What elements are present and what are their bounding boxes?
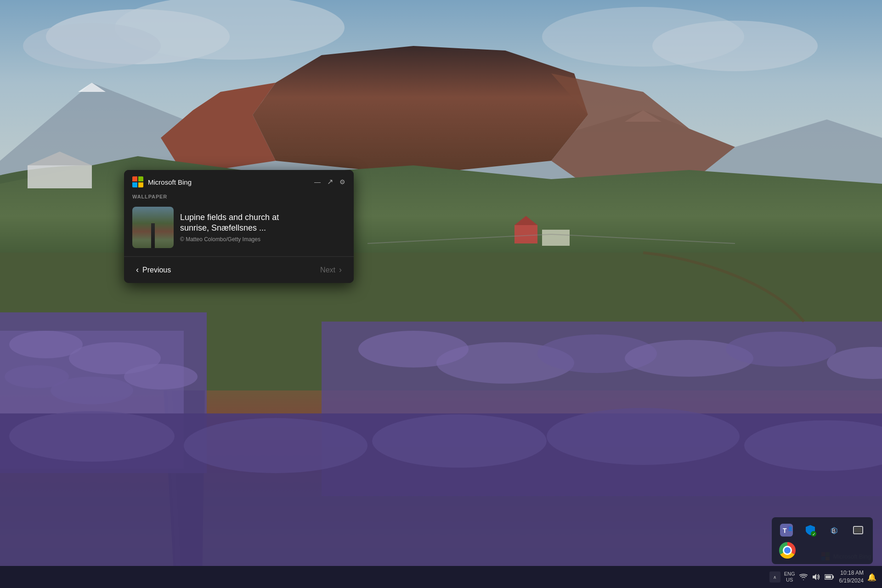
tray-icons-row: T 👤 ✓ ⬡ B bbox=[779, 523, 865, 537]
bluetooth-tray-icon[interactable]: ⬡ B bbox=[827, 523, 842, 537]
widget-header-right: — ↗ ⚙ bbox=[314, 178, 345, 186]
wallpaper-title: Lupine fields and church at sunrise, Snæ… bbox=[180, 212, 345, 234]
battery-icon[interactable] bbox=[825, 572, 834, 582]
widget-header-left: Microsoft Bing bbox=[132, 176, 192, 187]
svg-rect-43 bbox=[542, 230, 570, 246]
chevron-up-icon: ∧ bbox=[773, 575, 776, 580]
svg-text:B: B bbox=[832, 528, 836, 534]
tablet-tray-icon[interactable] bbox=[851, 523, 865, 537]
svg-marker-56 bbox=[813, 574, 816, 580]
bing-widget: Microsoft Bing — ↗ ⚙ WALLPAPER Lupine fi… bbox=[124, 170, 354, 283]
clock[interactable]: 10:18 AM 6/19/2024 bbox=[839, 569, 864, 585]
language-indicator[interactable]: ENG US bbox=[784, 571, 795, 583]
show-hidden-icons-button[interactable]: ∧ bbox=[769, 571, 780, 582]
widget-footer: ‹ Previous Next › bbox=[124, 256, 354, 283]
svg-point-39 bbox=[547, 408, 740, 465]
next-button[interactable]: Next › bbox=[317, 263, 345, 277]
svg-rect-16 bbox=[28, 165, 92, 188]
share-button[interactable]: ↗ bbox=[327, 178, 333, 186]
wifi-icon[interactable] bbox=[799, 572, 808, 582]
desktop: Microsoft Bing — ↗ ⚙ WALLPAPER Lupine fi… bbox=[0, 0, 882, 588]
svg-rect-59 bbox=[825, 576, 831, 578]
taskbar-right: ∧ ENG US bbox=[769, 569, 876, 585]
section-label: WALLPAPER bbox=[124, 192, 354, 203]
svg-point-5 bbox=[542, 7, 744, 67]
svg-rect-58 bbox=[832, 576, 834, 578]
svg-point-26 bbox=[51, 377, 133, 404]
svg-point-3 bbox=[23, 23, 161, 69]
svg-point-27 bbox=[124, 364, 198, 390]
svg-text:✓: ✓ bbox=[812, 532, 816, 537]
svg-text:👤: 👤 bbox=[788, 526, 793, 531]
chrome-tray-icon[interactable] bbox=[779, 542, 796, 559]
wallpaper-credit: © Matteo Colombo/Getty Images bbox=[180, 236, 345, 243]
widget-title: Microsoft Bing bbox=[148, 178, 192, 186]
svg-point-33 bbox=[726, 332, 836, 367]
wallpaper-text: Lupine fields and church at sunrise, Snæ… bbox=[180, 212, 345, 243]
widget-header: Microsoft Bing — ↗ ⚙ bbox=[124, 170, 354, 192]
taskbar: ∧ ENG US bbox=[0, 566, 882, 588]
wallpaper-thumbnail[interactable] bbox=[132, 207, 174, 248]
system-tray-popup: T 👤 ✓ ⬡ B bbox=[772, 517, 873, 564]
previous-button[interactable]: ‹ Previous bbox=[132, 263, 175, 277]
svg-point-37 bbox=[184, 418, 368, 473]
next-chevron-icon: › bbox=[339, 265, 342, 275]
svg-rect-41 bbox=[514, 225, 537, 243]
bing-logo bbox=[132, 176, 143, 187]
settings-button[interactable]: ⚙ bbox=[339, 179, 345, 185]
svg-point-36 bbox=[9, 411, 175, 462]
svg-point-38 bbox=[372, 414, 547, 468]
notification-bell[interactable]: 🔔 bbox=[867, 573, 876, 582]
volume-icon[interactable] bbox=[812, 572, 821, 582]
wallpaper-info: Lupine fields and church at sunrise, Snæ… bbox=[124, 203, 354, 256]
svg-text:T: T bbox=[783, 527, 787, 534]
svg-rect-55 bbox=[854, 527, 862, 533]
previous-chevron-icon: ‹ bbox=[136, 265, 139, 275]
chrome-tray-row bbox=[779, 542, 865, 559]
teams-tray-icon[interactable]: T 👤 bbox=[779, 523, 794, 537]
security-tray-icon[interactable]: ✓ bbox=[803, 523, 818, 537]
minimize-button[interactable]: — bbox=[314, 179, 321, 185]
